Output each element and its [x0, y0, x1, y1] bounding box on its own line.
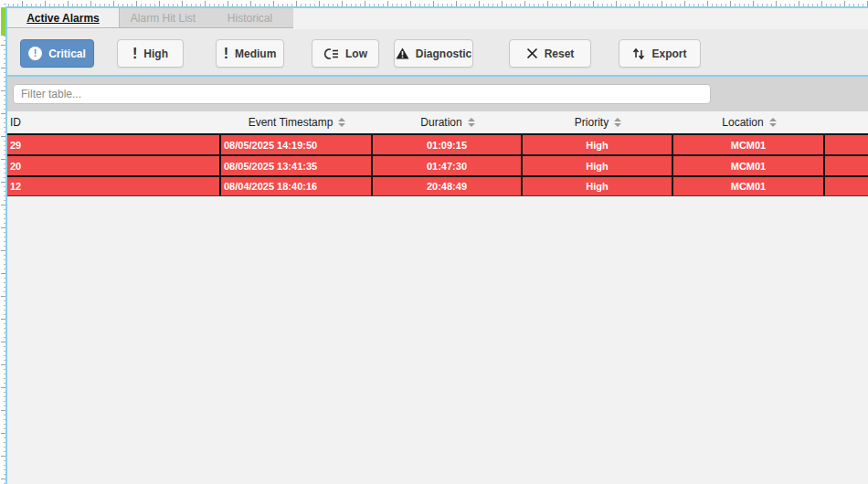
button-label: Export	[651, 47, 686, 60]
close-x-icon	[526, 47, 538, 59]
tab-historical[interactable]: Historical	[206, 8, 293, 27]
sort-arrows-icon	[769, 118, 777, 127]
column-label: Duration	[420, 116, 461, 129]
column-label: Event Timestamp	[249, 116, 333, 129]
priority-filter-toolbar: ! Critical ! High ! Medium Low Diagno	[7, 29, 868, 75]
critical-filter-button[interactable]: ! Critical	[20, 39, 94, 68]
cell-priority: High	[523, 135, 673, 154]
active-alarms-table: ID Event Timestamp Duration Priority Loc…	[7, 111, 868, 196]
button-label: Critical	[48, 47, 86, 60]
alarm-row[interactable]: 12 08/04/2025 18:40:16 20:48:49 High MCM…	[7, 175, 868, 196]
button-label: High	[143, 47, 168, 60]
low-filter-button[interactable]: Low	[312, 39, 379, 68]
cell-partial	[825, 177, 868, 195]
warning-triangle-icon	[396, 47, 409, 59]
medium-filter-button[interactable]: ! Medium	[216, 39, 284, 68]
sort-arrows-icon	[468, 118, 475, 127]
button-label: Reset	[545, 47, 575, 60]
cell-event-timestamp: 08/04/2025 18:40:16	[221, 177, 373, 195]
cell-location: MCM01	[673, 135, 825, 154]
high-filter-button[interactable]: ! High	[117, 39, 184, 68]
column-header-partial	[825, 111, 868, 133]
button-label: Medium	[235, 47, 276, 60]
column-label: Priority	[575, 116, 609, 129]
exclamation-icon: !	[224, 47, 228, 60]
exclamation-icon: !	[132, 47, 137, 60]
cell-location: MCM01	[673, 156, 825, 175]
column-header-priority[interactable]: Priority	[523, 111, 673, 133]
table-header-row: ID Event Timestamp Duration Priority Loc…	[7, 111, 868, 133]
tab-alarm-hit-list[interactable]: Alarm Hit List	[120, 8, 206, 27]
alarm-screen: { "colors": { "accent_blue": "#5e90c6", …	[0, 0, 868, 484]
tab-active-alarms[interactable]: Active Alarms	[7, 8, 120, 27]
alarm-row[interactable]: 29 08/05/2025 14:19:50 01:09:15 High MCM…	[7, 133, 868, 154]
button-label: Diagnostic	[416, 47, 471, 60]
filter-bar	[7, 77, 868, 111]
cell-duration: 20:48:49	[373, 177, 523, 195]
reset-button[interactable]: Reset	[509, 39, 591, 68]
low-priority-icon	[323, 47, 339, 60]
sort-arrows-icon	[338, 118, 345, 127]
cell-id: 20	[7, 156, 221, 175]
column-header-id[interactable]: ID	[7, 111, 221, 133]
filter-table-input[interactable]	[13, 84, 711, 104]
cell-duration: 01:47:30	[373, 156, 523, 175]
column-header-location[interactable]: Location	[673, 111, 825, 133]
column-header-duration[interactable]: Duration	[373, 111, 523, 133]
column-label: ID	[10, 116, 21, 129]
up-down-arrows-icon	[632, 47, 645, 60]
column-label: Location	[722, 116, 763, 129]
cell-event-timestamp: 08/05/2025 14:19:50	[221, 135, 373, 154]
horizontal-ruler	[0, 0, 868, 6]
cell-partial	[825, 156, 868, 175]
cell-id: 29	[7, 135, 221, 154]
diagnostic-filter-button[interactable]: Diagnostic	[394, 39, 473, 68]
sort-arrows-icon	[614, 118, 621, 127]
cell-location: MCM01	[673, 177, 825, 195]
cell-duration: 01:09:15	[373, 135, 523, 154]
exclamation-circle-icon: !	[28, 47, 42, 60]
cell-priority: High	[523, 156, 673, 175]
alarm-row[interactable]: 20 08/05/2025 13:41:35 01:47:30 High MCM…	[7, 154, 868, 175]
tab-bar: Active Alarms Alarm Hit List Historical	[7, 8, 293, 28]
export-button[interactable]: Export	[619, 39, 701, 68]
column-header-event-timestamp[interactable]: Event Timestamp	[221, 111, 373, 133]
cell-event-timestamp: 08/05/2025 13:41:35	[221, 156, 373, 175]
edit-marker-bar	[1, 7, 5, 36]
cell-partial	[825, 135, 868, 154]
cell-id: 12	[7, 177, 221, 195]
button-label: Low	[345, 47, 367, 60]
cell-priority: High	[523, 177, 673, 195]
